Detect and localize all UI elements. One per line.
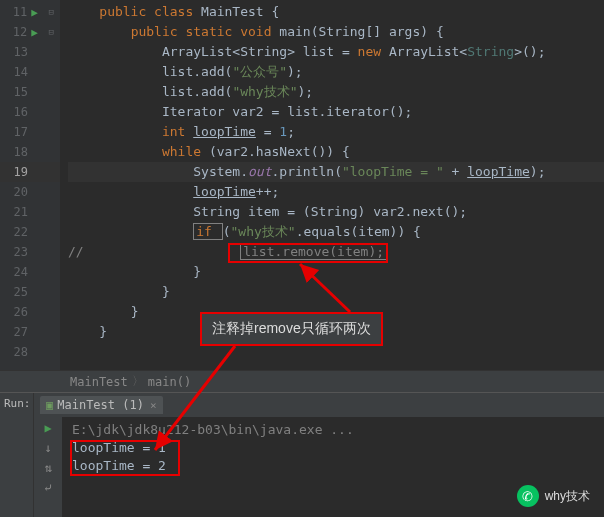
code-area[interactable]: public class MainTest { public static vo… (60, 0, 604, 370)
filter-icon[interactable]: ⇅ (44, 461, 51, 475)
line-number: 11 (6, 5, 27, 19)
line-number: 16 (6, 105, 28, 119)
line-number: 27 (6, 325, 28, 339)
line-number: 17 (6, 125, 28, 139)
chevron-right-icon: 〉 (132, 373, 144, 390)
line-number: 20 (6, 185, 28, 199)
line-number: 26 (6, 305, 28, 319)
run-tab[interactable]: ▣ MainTest (1) × (40, 396, 163, 414)
fold-icon[interactable]: ⊟ (48, 7, 60, 17)
console-line: loopTime = 2 (72, 457, 594, 475)
gutter: 11▶⊟ 12▶⊟ 13 14 15 16 17 18 19 20 21 22 … (0, 0, 60, 370)
close-icon[interactable]: × (150, 399, 157, 412)
wrap-icon[interactable]: ⤶ (43, 481, 53, 495)
line-number: 28 (6, 345, 28, 359)
console-line: loopTime = 1 (72, 439, 594, 457)
run-tabs: ▣ MainTest (1) × (34, 393, 604, 417)
line-number: 14 (6, 65, 28, 79)
fold-icon[interactable]: ⊟ (48, 27, 60, 37)
line-number: 25 (6, 285, 28, 299)
breadcrumb-item[interactable]: main() (148, 375, 191, 389)
line-number: 24 (6, 265, 28, 279)
line-number: 19 (6, 165, 28, 179)
code-editor[interactable]: 11▶⊟ 12▶⊟ 13 14 15 16 17 18 19 20 21 22 … (0, 0, 604, 370)
run-toolbar: ▶ ↓ ⇅ ⤶ (34, 417, 62, 517)
run-panel: Run: ▣ MainTest (1) × ▶ ↓ ⇅ ⤶ E:\jdk\jdk… (0, 392, 604, 517)
stop-icon[interactable]: ↓ (44, 441, 51, 455)
line-number: 18 (6, 145, 28, 159)
run-tab-label: MainTest (1) (57, 398, 144, 412)
line-number: 13 (6, 45, 28, 59)
run-gutter-icon[interactable]: ▶ (31, 6, 46, 19)
console-output[interactable]: E:\jdk\jdk8u212-b03\bin\java.exe ... loo… (62, 417, 604, 517)
run-gutter-icon[interactable]: ▶ (31, 26, 46, 39)
console-line: E:\jdk\jdk8u212-b03\bin\java.exe ... (72, 421, 594, 439)
line-number: 12 (6, 25, 27, 39)
line-number: 22 (6, 225, 28, 239)
run-config-icon: ▣ (46, 398, 53, 412)
breadcrumb[interactable]: MainTest 〉 main() (0, 370, 604, 392)
line-number: 15 (6, 85, 28, 99)
run-panel-label: Run: (0, 393, 34, 517)
line-number: 23 (6, 245, 28, 259)
breadcrumb-item[interactable]: MainTest (70, 375, 128, 389)
line-number: 21 (6, 205, 28, 219)
rerun-icon[interactable]: ▶ (44, 421, 51, 435)
